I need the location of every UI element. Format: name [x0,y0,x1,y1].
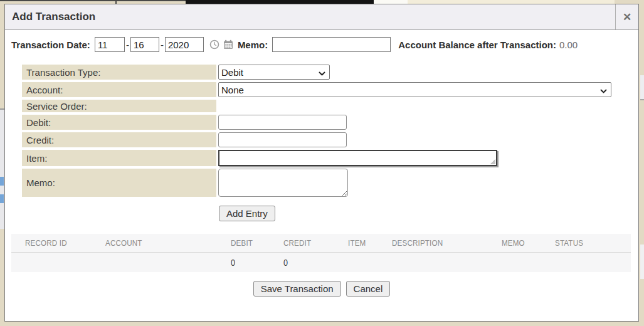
account-label: Account: [22,82,216,97]
cell-debit: 0 [231,258,278,268]
date-separator: - [161,39,164,50]
transaction-type-select[interactable]: Debit [218,65,330,80]
date-memo-balance-row: Transaction Date: - - [11,37,632,52]
transaction-entry-form: Transaction Type: Debit Account: None [22,65,638,221]
add-transaction-dialog: Add Transaction ✕ Transaction Date: - - [4,4,639,322]
date-day-input[interactable] [130,37,159,52]
item-input[interactable] [218,150,497,166]
dialog-header: Add Transaction ✕ [5,4,638,30]
clock-icon[interactable] [209,39,219,50]
cell-credit: 0 [283,258,342,268]
background-page-link-edge [0,177,4,186]
credit-input[interactable] [218,132,347,147]
top-memo-label: Memo: [238,39,268,50]
transaction-date-label: Transaction Date: [11,39,90,50]
column-header-description: DESCRIPTION [392,238,487,248]
memo-label: Memo: [22,169,216,197]
account-balance: Account Balance after Transaction:0.00 [398,39,578,50]
form-row-service-order: Service Order: [22,100,638,112]
account-select[interactable]: None [218,82,611,97]
form-row-credit: Credit: [22,132,638,147]
column-header-memo: MEMO [502,238,547,248]
date-year-input[interactable] [165,37,204,52]
background-page-right-edge [640,75,644,100]
form-row-debit: Debit: [22,115,638,130]
debit-input[interactable] [218,115,347,130]
service-order-label: Service Order: [22,100,216,112]
background-page-border [0,0,187,1]
item-label: Item: [22,150,216,166]
account-balance-value: 0.00 [559,39,578,50]
form-row-item: Item: [22,150,638,166]
add-entry-button[interactable]: Add Entry [219,206,275,221]
background-page-left-edge [0,108,4,229]
form-row-memo: Memo: [22,169,638,197]
calendar-icon[interactable] [223,39,233,50]
dialog-footer: Save Transaction Cancel [5,281,638,297]
memo-textarea[interactable] [218,169,348,197]
column-header-account: ACCOUNT [105,238,213,248]
column-header-item: ITEM [348,238,386,248]
form-row-account: Account: None [22,82,638,97]
column-header-debit: DEBIT [231,238,276,248]
save-transaction-button[interactable]: Save Transaction [253,281,341,297]
cancel-button[interactable]: Cancel [346,281,391,297]
account-balance-label: Account Balance after Transaction: [398,39,556,50]
column-header-status: STATUS [555,238,620,248]
debit-label: Debit: [22,115,216,130]
entries-table-header: RECORD ID ACCOUNT DEBIT CREDIT ITEM DESC… [11,234,631,253]
column-header-record-id: RECORD ID [25,238,94,248]
credit-label: Credit: [22,132,216,147]
top-memo-input[interactable] [272,37,391,52]
background-page-link-edge [0,194,4,203]
dialog-title: Add Transaction [5,11,615,23]
close-icon: ✕ [623,11,631,24]
close-button[interactable]: ✕ [615,4,638,29]
date-separator: - [126,39,129,50]
entries-table: RECORD ID ACCOUNT DEBIT CREDIT ITEM DESC… [11,234,631,272]
table-row: 0 0 [11,253,631,272]
column-header-credit: CREDIT [283,238,339,248]
form-row-transaction-type: Transaction Type: Debit [22,65,638,80]
background-page-right-edge [640,244,644,279]
date-month-input[interactable] [95,37,125,52]
transaction-type-label: Transaction Type: [22,65,216,80]
